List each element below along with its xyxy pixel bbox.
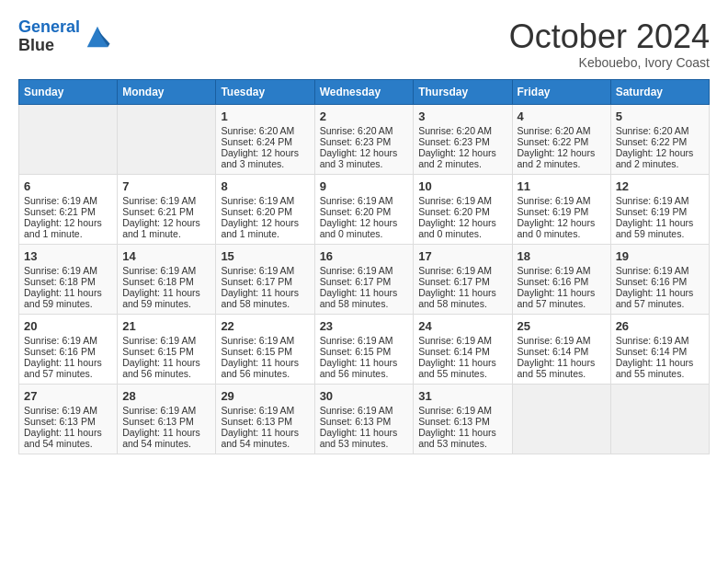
day-info: Daylight: 11 hours and 58 minutes. bbox=[418, 287, 506, 309]
day-info: Sunrise: 6:20 AM bbox=[221, 125, 309, 136]
day-info: Daylight: 11 hours and 56 minutes. bbox=[122, 357, 210, 379]
header-day-wednesday: Wednesday bbox=[314, 79, 414, 104]
day-number: 31 bbox=[418, 389, 506, 403]
day-info: Sunset: 6:21 PM bbox=[122, 206, 210, 217]
day-cell: 23Sunrise: 6:19 AMSunset: 6:15 PMDayligh… bbox=[314, 314, 414, 384]
day-info: Sunset: 6:17 PM bbox=[221, 276, 309, 287]
day-cell: 31Sunrise: 6:19 AMSunset: 6:13 PMDayligh… bbox=[414, 384, 512, 454]
day-info: Sunset: 6:16 PM bbox=[518, 276, 606, 287]
day-number: 11 bbox=[518, 179, 606, 193]
day-info: Daylight: 12 hours and 1 minute. bbox=[24, 217, 112, 239]
day-cell: 3Sunrise: 6:20 AMSunset: 6:23 PMDaylight… bbox=[414, 104, 512, 174]
day-cell: 9Sunrise: 6:19 AMSunset: 6:20 PMDaylight… bbox=[314, 174, 414, 244]
day-number: 6 bbox=[24, 179, 112, 193]
day-info: Sunset: 6:14 PM bbox=[418, 346, 506, 357]
day-info: Sunrise: 6:19 AM bbox=[616, 195, 704, 206]
week-row-4: 27Sunrise: 6:19 AMSunset: 6:13 PMDayligh… bbox=[19, 384, 710, 454]
day-cell: 20Sunrise: 6:19 AMSunset: 6:16 PMDayligh… bbox=[19, 314, 118, 384]
day-info: Sunrise: 6:19 AM bbox=[24, 195, 112, 206]
day-info: Sunrise: 6:19 AM bbox=[122, 195, 210, 206]
day-number: 23 bbox=[320, 319, 409, 333]
day-info: Daylight: 11 hours and 55 minutes. bbox=[518, 357, 606, 379]
day-number: 30 bbox=[320, 389, 409, 403]
day-info: Sunrise: 6:19 AM bbox=[320, 405, 409, 416]
day-info: Sunrise: 6:20 AM bbox=[616, 125, 704, 136]
day-info: Daylight: 11 hours and 59 minutes. bbox=[24, 287, 112, 309]
day-number: 9 bbox=[320, 179, 409, 193]
day-cell: 1Sunrise: 6:20 AMSunset: 6:24 PMDaylight… bbox=[216, 104, 314, 174]
day-number: 15 bbox=[221, 249, 309, 263]
day-info: Sunset: 6:18 PM bbox=[122, 276, 210, 287]
day-cell: 7Sunrise: 6:19 AMSunset: 6:21 PMDaylight… bbox=[118, 174, 216, 244]
day-info: Daylight: 11 hours and 54 minutes. bbox=[122, 427, 210, 449]
week-row-2: 13Sunrise: 6:19 AMSunset: 6:18 PMDayligh… bbox=[19, 244, 710, 314]
day-number: 22 bbox=[221, 319, 309, 333]
day-number: 8 bbox=[221, 179, 309, 193]
day-number: 13 bbox=[24, 249, 112, 263]
day-info: Sunrise: 6:19 AM bbox=[221, 265, 309, 276]
day-info: Sunrise: 6:19 AM bbox=[221, 405, 309, 416]
day-number: 27 bbox=[24, 389, 112, 403]
day-info: Daylight: 12 hours and 2 minutes. bbox=[616, 147, 704, 169]
day-info: Sunrise: 6:19 AM bbox=[616, 265, 704, 276]
day-cell: 14Sunrise: 6:19 AMSunset: 6:18 PMDayligh… bbox=[118, 244, 216, 314]
day-info: Sunrise: 6:19 AM bbox=[320, 265, 409, 276]
day-cell: 15Sunrise: 6:19 AMSunset: 6:17 PMDayligh… bbox=[216, 244, 314, 314]
day-cell: 6Sunrise: 6:19 AMSunset: 6:21 PMDaylight… bbox=[19, 174, 118, 244]
header-day-sunday: Sunday bbox=[19, 79, 118, 104]
page-header: GeneralBlue October 2024 Kebouebo, Ivory… bbox=[18, 18, 710, 70]
header-row: SundayMondayTuesdayWednesdayThursdayFrid… bbox=[19, 79, 710, 104]
day-info: Sunset: 6:14 PM bbox=[616, 346, 704, 357]
day-info: Sunrise: 6:19 AM bbox=[24, 265, 112, 276]
day-cell: 19Sunrise: 6:19 AMSunset: 6:16 PMDayligh… bbox=[610, 244, 709, 314]
day-cell: 28Sunrise: 6:19 AMSunset: 6:13 PMDayligh… bbox=[118, 384, 216, 454]
day-info: Daylight: 11 hours and 55 minutes. bbox=[616, 357, 704, 379]
day-info: Sunset: 6:23 PM bbox=[418, 136, 506, 147]
day-info: Sunset: 6:19 PM bbox=[518, 206, 606, 217]
day-info: Sunset: 6:15 PM bbox=[122, 346, 210, 357]
day-info: Sunrise: 6:20 AM bbox=[320, 125, 409, 136]
day-info: Sunset: 6:24 PM bbox=[221, 136, 309, 147]
day-info: Sunset: 6:22 PM bbox=[616, 136, 704, 147]
day-cell: 27Sunrise: 6:19 AMSunset: 6:13 PMDayligh… bbox=[19, 384, 118, 454]
day-info: Sunset: 6:18 PM bbox=[24, 276, 112, 287]
day-info: Sunset: 6:19 PM bbox=[616, 206, 704, 217]
day-info: Sunrise: 6:19 AM bbox=[24, 405, 112, 416]
day-info: Daylight: 12 hours and 2 minutes. bbox=[418, 147, 506, 169]
day-info: Sunrise: 6:19 AM bbox=[320, 195, 409, 206]
day-info: Daylight: 11 hours and 54 minutes. bbox=[24, 427, 112, 449]
day-info: Daylight: 11 hours and 53 minutes. bbox=[320, 427, 409, 449]
day-info: Sunrise: 6:19 AM bbox=[221, 335, 309, 346]
day-info: Sunrise: 6:19 AM bbox=[122, 335, 210, 346]
day-info: Daylight: 11 hours and 57 minutes. bbox=[24, 357, 112, 379]
day-number: 25 bbox=[518, 319, 606, 333]
calendar-table: SundayMondayTuesdayWednesdayThursdayFrid… bbox=[18, 79, 710, 454]
day-info: Sunset: 6:15 PM bbox=[320, 346, 409, 357]
svg-marker-0 bbox=[87, 27, 108, 48]
day-info: Daylight: 11 hours and 59 minutes. bbox=[616, 217, 704, 239]
day-info: Daylight: 12 hours and 3 minutes. bbox=[320, 147, 409, 169]
day-number: 4 bbox=[518, 109, 606, 123]
day-info: Sunrise: 6:20 AM bbox=[418, 125, 506, 136]
header-day-saturday: Saturday bbox=[610, 79, 709, 104]
logo: GeneralBlue bbox=[18, 18, 111, 55]
day-info: Daylight: 11 hours and 54 minutes. bbox=[221, 427, 309, 449]
day-info: Sunrise: 6:19 AM bbox=[418, 195, 506, 206]
day-cell: 21Sunrise: 6:19 AMSunset: 6:15 PMDayligh… bbox=[118, 314, 216, 384]
day-number: 19 bbox=[616, 249, 704, 263]
day-cell bbox=[19, 104, 118, 174]
day-number: 28 bbox=[122, 389, 210, 403]
day-info: Sunset: 6:17 PM bbox=[320, 276, 409, 287]
week-row-3: 20Sunrise: 6:19 AMSunset: 6:16 PMDayligh… bbox=[19, 314, 710, 384]
location: Kebouebo, Ivory Coast bbox=[509, 55, 710, 70]
day-info: Sunset: 6:13 PM bbox=[24, 416, 112, 427]
day-info: Daylight: 11 hours and 56 minutes. bbox=[221, 357, 309, 379]
day-info: Daylight: 11 hours and 59 minutes. bbox=[122, 287, 210, 309]
day-number: 20 bbox=[24, 319, 112, 333]
day-info: Sunrise: 6:19 AM bbox=[24, 335, 112, 346]
day-info: Sunrise: 6:19 AM bbox=[122, 405, 210, 416]
week-row-1: 6Sunrise: 6:19 AMSunset: 6:21 PMDaylight… bbox=[19, 174, 710, 244]
day-cell: 8Sunrise: 6:19 AMSunset: 6:20 PMDaylight… bbox=[216, 174, 314, 244]
day-info: Daylight: 12 hours and 2 minutes. bbox=[518, 147, 606, 169]
day-cell: 16Sunrise: 6:19 AMSunset: 6:17 PMDayligh… bbox=[314, 244, 414, 314]
